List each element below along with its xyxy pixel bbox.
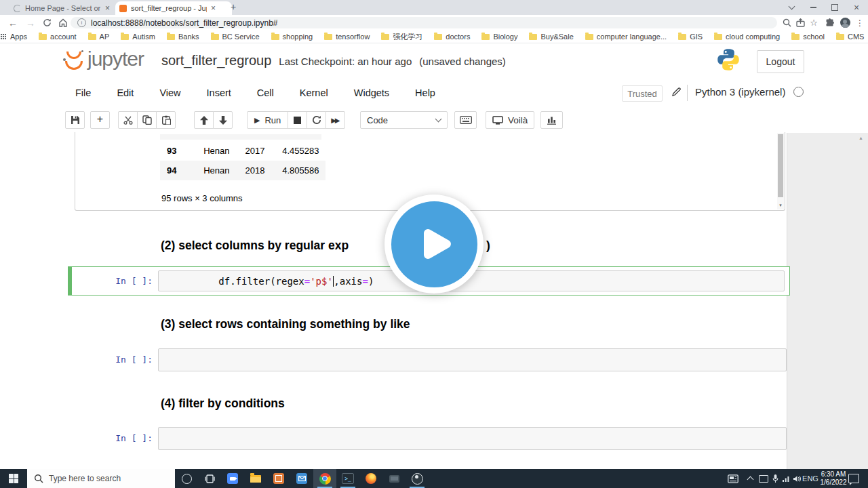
bookmark-folder[interactable]: Autism	[121, 33, 155, 41]
scrollbar-down-icon[interactable]: ▾	[777, 201, 784, 209]
folder-icon	[714, 34, 722, 40]
hidden-icons-button[interactable]	[745, 469, 755, 488]
obs-button[interactable]	[406, 469, 429, 488]
restart-run-all-button[interactable]: ▶▶	[326, 111, 345, 129]
notebook-title[interactable]: sort_filter_regroup	[161, 53, 271, 68]
bookmark-folder[interactable]: tensorflow	[324, 33, 370, 41]
reload-icon[interactable]	[39, 15, 54, 30]
bookmark-folder[interactable]: doctors	[434, 33, 470, 41]
menu-kernel[interactable]: Kernel	[287, 87, 341, 98]
share-icon[interactable]	[793, 15, 807, 30]
window-minimize-button[interactable]	[803, 0, 823, 15]
cell-region: Henan	[183, 161, 236, 180]
url-field[interactable]: i localhost:8888/notebooks/sort_filter_r…	[71, 17, 777, 28]
add-cell-button[interactable]: +	[90, 111, 110, 129]
action-center-button[interactable]	[846, 469, 861, 488]
bookmark-folder[interactable]: Banks	[167, 33, 199, 41]
file-explorer-icon	[250, 475, 261, 483]
bookmark-folder[interactable]: Biology	[481, 33, 517, 41]
profile-avatar[interactable]	[837, 15, 852, 30]
extensions-icon[interactable]	[822, 15, 837, 30]
code-input-empty[interactable]	[158, 348, 787, 371]
tab-home-page[interactable]: Home Page - Select or create a ×	[9, 1, 121, 15]
back-icon[interactable]: ←	[5, 15, 20, 30]
remote-desktop-button[interactable]	[382, 469, 406, 488]
tab-search-chevron-icon[interactable]	[781, 0, 802, 15]
tab-close-icon[interactable]: ×	[105, 4, 110, 12]
zoom-app-button[interactable]	[221, 469, 244, 488]
network-button[interactable]	[781, 469, 791, 488]
terminal-button[interactable]: >_	[336, 469, 359, 488]
firefox-button[interactable]	[359, 469, 382, 488]
menu-file[interactable]: File	[62, 87, 104, 98]
video-play-overlay[interactable]	[384, 195, 484, 293]
run-button[interactable]: ▶ Run	[247, 111, 288, 129]
new-tab-button[interactable]: +	[228, 2, 239, 13]
bookmark-folder[interactable]: 强化学习	[381, 32, 422, 42]
copy-cell-button[interactable]	[137, 111, 157, 129]
volume-button[interactable]	[791, 469, 803, 488]
taskbar-search[interactable]: Type here to search	[27, 469, 175, 488]
window-maximize-button[interactable]	[825, 0, 845, 15]
bookmark-folder[interactable]: cloud computing	[714, 33, 780, 41]
logout-button[interactable]: Logout	[757, 50, 804, 73]
chart-tool-button[interactable]	[540, 111, 563, 129]
paste-cell-button[interactable]	[156, 111, 176, 129]
page-scroll-up-icon[interactable]: ▲	[859, 136, 863, 140]
play-button-circle[interactable]	[391, 201, 477, 287]
box-app-button[interactable]	[267, 469, 290, 488]
menu-insert[interactable]: Insert	[194, 87, 244, 98]
tab-jupyter-notebook[interactable]: sort_filter_regroup - Jupyter Not ×	[115, 1, 232, 15]
move-cell-up-button[interactable]	[194, 111, 214, 129]
jupyter-logo[interactable]: jupyter	[64, 49, 144, 70]
menu-view[interactable]: View	[146, 87, 193, 98]
site-info-icon[interactable]: i	[77, 18, 86, 27]
home-icon[interactable]	[56, 15, 71, 30]
save-button[interactable]	[65, 111, 85, 129]
output-scrollbar[interactable]: ▾	[777, 133, 784, 209]
bookmark-apps[interactable]: Apps	[0, 33, 27, 41]
bookmark-folder[interactable]: GIS	[678, 33, 703, 41]
menu-edit[interactable]: Edit	[104, 87, 146, 98]
bookmark-star-icon[interactable]: ☆	[807, 15, 821, 30]
task-view-button[interactable]	[198, 469, 221, 488]
menu-cell[interactable]: Cell	[244, 87, 287, 98]
zoom-page-icon[interactable]	[780, 15, 793, 30]
bookmark-folder[interactable]: account	[39, 33, 77, 41]
scrollbar-thumb[interactable]	[778, 134, 783, 197]
cortana-button[interactable]	[175, 469, 198, 488]
news-widget-button[interactable]	[726, 469, 741, 488]
code-input-empty[interactable]	[158, 427, 787, 450]
chrome-button[interactable]	[313, 469, 336, 488]
forward-icon[interactable]: →	[23, 15, 38, 30]
save-icon	[71, 115, 80, 125]
bookmark-folder[interactable]: CMS	[836, 33, 864, 41]
window-close-button[interactable]: ×	[846, 0, 867, 15]
bookmark-folder[interactable]: computer language...	[585, 33, 667, 41]
browser-menu-icon[interactable]: ⋮	[853, 15, 867, 30]
bookmark-folder[interactable]: Buy&Sale	[529, 33, 573, 41]
markdown-heading-4[interactable]: (4) filter by conditions	[161, 396, 285, 411]
voila-label: Voilà	[508, 115, 528, 125]
menu-help[interactable]: Help	[402, 87, 448, 98]
pc-status-button[interactable]	[757, 469, 770, 488]
file-explorer-button[interactable]	[244, 469, 267, 488]
menu-widgets[interactable]: Widgets	[341, 87, 402, 98]
bookmark-folder[interactable]: BC Service	[211, 33, 260, 41]
tab-close-icon[interactable]: ×	[211, 4, 216, 12]
bookmark-folder[interactable]: AP	[88, 33, 110, 41]
interrupt-kernel-button[interactable]	[288, 111, 307, 129]
bookmark-folder[interactable]: shopping	[271, 33, 313, 41]
command-palette-button[interactable]	[454, 111, 477, 129]
microphone-button[interactable]	[770, 469, 780, 488]
bookmark-folder[interactable]: school	[791, 33, 825, 41]
restart-kernel-button[interactable]	[307, 111, 326, 129]
move-cell-down-button[interactable]	[213, 111, 233, 129]
trusted-button[interactable]: Trusted	[622, 85, 663, 102]
start-button[interactable]	[0, 469, 27, 488]
markdown-heading-3[interactable]: (3) select rows containing something by …	[161, 317, 410, 331]
voila-button[interactable]: Voilà	[486, 111, 534, 129]
cell-type-select[interactable]: Code	[360, 111, 448, 129]
cut-cell-button[interactable]	[118, 111, 138, 129]
mail-app-button[interactable]	[290, 469, 313, 488]
